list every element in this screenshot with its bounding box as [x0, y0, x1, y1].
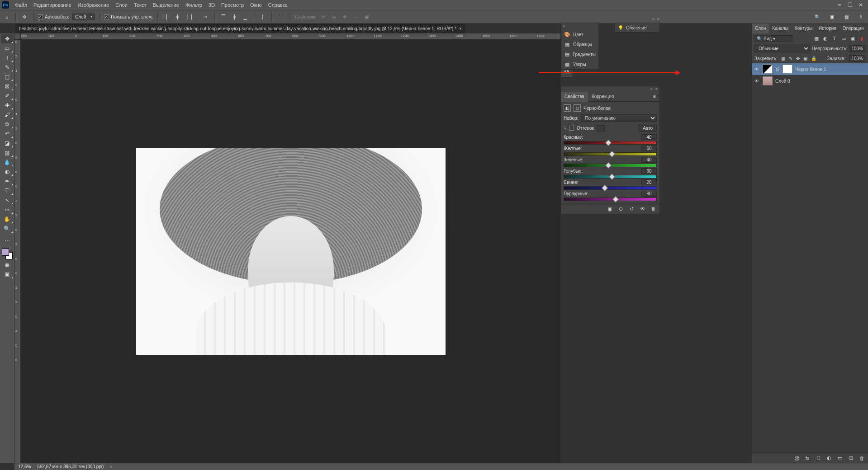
opacity-input[interactable]: 100%	[849, 45, 865, 52]
flyout-item-Цвет[interactable]: 🎨Цвет	[561, 29, 598, 39]
learn-panel-tab[interactable]: »× 💡Обучение	[615, 23, 660, 33]
menu-Окно[interactable]: Окно	[247, 0, 265, 10]
distribute-icon[interactable]: ≡	[202, 13, 210, 21]
status-more-icon[interactable]: ›	[110, 464, 111, 469]
screenmode-tool[interactable]: ▣	[1, 270, 14, 279]
flyout-item-Градиенты[interactable]: ▤Градиенты	[561, 49, 598, 59]
search-icon[interactable]: 🔍	[813, 12, 822, 21]
quick-select-tool[interactable]: ✎	[1, 63, 14, 72]
eyedropper-tool[interactable]: ✐	[1, 91, 14, 100]
align-vcenter-icon[interactable]: ╋	[230, 13, 238, 21]
close-icon[interactable]: ×	[657, 17, 659, 23]
new-adjustment-icon[interactable]: ◐	[825, 455, 833, 461]
menu-Редактирование[interactable]: Редактирование	[30, 0, 75, 10]
visibility-toggle[interactable]: 👁	[754, 67, 760, 72]
clip-to-layer-icon[interactable]: ▣	[606, 206, 613, 212]
minimize-button[interactable]: ━	[834, 0, 844, 10]
lock-artboard-icon[interactable]: ▣	[803, 56, 807, 61]
preset-select[interactable]: По умолчанию	[581, 114, 657, 122]
zoom-tool[interactable]: 🔍	[1, 224, 14, 233]
maximize-button[interactable]: ❐	[844, 0, 855, 10]
document-canvas[interactable]	[136, 148, 446, 355]
tab-adjustments[interactable]: Коррекция	[588, 92, 617, 102]
layer-name[interactable]: Черно-белое 1	[795, 67, 826, 72]
zoom-value[interactable]: 12,5%	[18, 464, 31, 469]
layer-fx-icon[interactable]: fx	[804, 456, 811, 461]
filter-adjust-icon[interactable]: ◐	[822, 36, 829, 42]
hand-target-icon[interactable]: ☟	[564, 126, 566, 131]
menu-Просмотр[interactable]: Просмотр	[218, 0, 247, 10]
show-controls-checkbox[interactable]: Показать упр. элем.	[104, 14, 153, 19]
filter-toggle[interactable]: ▮	[858, 36, 865, 42]
new-group-icon[interactable]: ▭	[836, 455, 844, 461]
lock-all-icon[interactable]: 🔒	[811, 56, 816, 61]
channel-value[interactable]: 40	[641, 157, 657, 163]
align-right-icon[interactable]: ▕▕	[184, 13, 192, 21]
visibility-toggle[interactable]: 👁	[754, 79, 760, 84]
layer-row[interactable]: 👁Слой 0	[752, 75, 868, 87]
home-icon[interactable]: ⌂	[3, 13, 11, 21]
gradient-tool[interactable]: ▨	[1, 148, 14, 157]
workspace-icon[interactable]: ▣	[827, 12, 836, 21]
vertical-ruler[interactable]: 05100150200250300350400	[14, 40, 21, 463]
lock-pixels-icon[interactable]: ▦	[781, 56, 785, 61]
color-swatches[interactable]	[1, 248, 14, 260]
auto-button[interactable]: Авто	[639, 125, 657, 132]
document-tab[interactable]: headshot-joyful-attractive-redhead-femal…	[15, 24, 465, 33]
blend-mode-select[interactable]: Обычные	[754, 45, 810, 52]
filter-type-icon[interactable]: T	[831, 36, 838, 41]
filter-smart-icon[interactable]: ▣	[849, 36, 856, 42]
autoselect-target-select[interactable]: Слой	[72, 14, 95, 20]
layer-list[interactable]: 👁⛓Черно-белое 1👁Слой 0	[752, 63, 868, 453]
history-brush-tool[interactable]: ↶	[1, 129, 14, 138]
path-select-tool[interactable]: ↖	[1, 196, 14, 205]
delete-adjustment-icon[interactable]: 🗑	[650, 206, 657, 212]
lock-position-icon[interactable]: ✥	[796, 56, 800, 61]
channel-value[interactable]: 40	[641, 134, 657, 140]
lasso-tool[interactable]: ⌇	[1, 53, 14, 62]
tint-checkbox[interactable]	[569, 126, 574, 131]
layer-kind-select[interactable]: 🔍 Вид ▾	[754, 35, 792, 42]
tab-actions[interactable]: Операции	[840, 24, 867, 33]
healing-tool[interactable]: ✚	[1, 101, 14, 110]
menu-Справка[interactable]: Справка	[265, 0, 291, 10]
layer-mask-icon[interactable]: ◻	[815, 455, 822, 461]
channel-slider[interactable]	[564, 175, 657, 179]
menu-3D[interactable]: 3D	[205, 0, 218, 10]
menu-Файл[interactable]: Файл	[12, 0, 30, 10]
view-previous-icon[interactable]: ⊙	[617, 206, 624, 212]
horizontal-ruler[interactable]: 2001000100200300400500600700800900100011…	[21, 33, 560, 40]
fill-input[interactable]: 100%	[849, 55, 865, 62]
hand-tool[interactable]: ✋	[1, 215, 14, 224]
channel-slider[interactable]	[564, 186, 657, 190]
toggle-visibility-icon[interactable]: 👁	[639, 206, 646, 212]
edit-toolbar[interactable]: ⋯	[1, 236, 14, 245]
menu-Текст[interactable]: Текст	[131, 0, 150, 10]
flyout-item-Узоры[interactable]: ▩Узоры	[561, 59, 598, 69]
tab-paths[interactable]: Контуры	[792, 24, 816, 33]
quickmask-tool[interactable]: ◙	[1, 260, 14, 269]
document-dims[interactable]: 592,67 мм x 395,31 мм (300 ppi)	[37, 464, 104, 469]
align-hcenter-icon[interactable]: ╋	[173, 13, 181, 21]
menu-Выделение[interactable]: Выделение	[150, 0, 182, 10]
close-icon[interactable]: ×	[655, 87, 658, 91]
expand-icon[interactable]: »	[563, 24, 565, 28]
channel-slider[interactable]	[564, 197, 657, 201]
link-layers-icon[interactable]: ⛓	[793, 456, 800, 461]
ruler-origin[interactable]	[14, 33, 21, 40]
delete-layer-icon[interactable]: 🗑	[858, 456, 865, 461]
autoselect-checkbox[interactable]: Автовыбор:	[38, 14, 69, 19]
move-tool[interactable]: ✥	[1, 34, 14, 43]
frame-tool[interactable]: ⊠	[1, 82, 14, 91]
channel-slider[interactable]	[564, 141, 657, 145]
menu-Изображение[interactable]: Изображение	[75, 0, 112, 10]
foreground-color[interactable]	[2, 249, 9, 256]
align-more-icon[interactable]: ┇	[259, 13, 267, 21]
align-left-icon[interactable]: ▏▏	[162, 13, 171, 21]
lock-paint-icon[interactable]: ✎	[789, 56, 792, 61]
more-options-icon[interactable]: ⋯	[276, 13, 285, 21]
tab-layers[interactable]: Слои	[752, 24, 769, 33]
channel-slider[interactable]	[564, 152, 657, 156]
align-bottom-icon[interactable]: ▁	[241, 13, 249, 21]
menu-Слои[interactable]: Слои	[112, 0, 131, 10]
